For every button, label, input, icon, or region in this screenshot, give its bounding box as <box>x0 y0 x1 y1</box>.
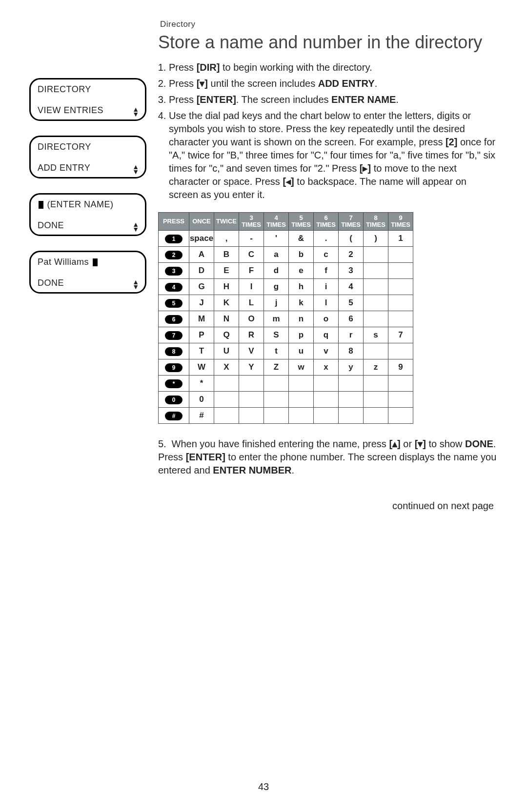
keycap-icon: # <box>165 412 182 420</box>
chart-cell <box>314 375 339 391</box>
chart-cell <box>214 407 239 423</box>
chart-cell <box>364 246 388 262</box>
keycap-icon: * <box>165 379 182 388</box>
chart-cell <box>339 375 364 391</box>
lcd-line1: DIRECTORY <box>38 142 138 152</box>
chart-cell: # <box>189 407 214 423</box>
continued-note: continued on next page <box>158 500 498 512</box>
chart-cell: t <box>264 343 289 359</box>
chart-cell <box>364 407 388 423</box>
chart-cell: i <box>314 278 339 295</box>
chart-cell: k <box>289 295 314 311</box>
dialpad-character-chart: PRESSONCETWICE3TIMES4TIMES5TIMES6TIMES7T… <box>158 212 413 423</box>
chart-cell <box>364 343 388 359</box>
chart-cell <box>339 391 364 407</box>
chart-cell <box>388 311 413 327</box>
chart-cell <box>364 311 388 327</box>
chart-cell: e <box>289 262 314 278</box>
page-title: Store a name and number in the directory <box>158 32 498 52</box>
chart-cell: A <box>189 246 214 262</box>
chart-cell: Q <box>214 327 239 343</box>
chart-cell <box>314 407 339 423</box>
chart-cell <box>364 391 388 407</box>
chart-cell: Y <box>239 359 264 375</box>
chart-cell: g <box>264 278 289 295</box>
chart-header: TWICE <box>214 213 239 230</box>
chart-row: 6MNOmno6 <box>159 311 413 327</box>
chart-cell <box>388 391 413 407</box>
chart-cell: 3 <box>339 262 364 278</box>
chart-cell: B <box>214 246 239 262</box>
chart-cell <box>289 407 314 423</box>
chart-cell: H <box>214 278 239 295</box>
chart-cell: W <box>189 359 214 375</box>
chart-header: 4TIMES <box>264 213 289 230</box>
step-3: Press [ENTER]. The screen includes ENTER… <box>169 93 498 106</box>
lcd-line2: DONE <box>38 278 64 288</box>
chart-cell <box>214 391 239 407</box>
chart-cell: o <box>314 311 339 327</box>
key-cell: 7 <box>159 327 189 343</box>
instruction-list: Press [DIR] to begin working with the di… <box>169 61 498 201</box>
chart-row: 3DEFdef3 <box>159 262 413 278</box>
chart-cell <box>364 278 388 295</box>
chart-row: 8TUVtuv8 <box>159 343 413 359</box>
chart-cell: m <box>264 311 289 327</box>
chart-cell <box>239 375 264 391</box>
chart-cell: F <box>239 262 264 278</box>
chart-cell: 9 <box>388 359 413 375</box>
chart-cell <box>388 278 413 295</box>
chart-header: 7TIMES <box>339 213 364 230</box>
chart-cell: n <box>289 311 314 327</box>
chart-cell: l <box>314 295 339 311</box>
chart-cell: ( <box>339 230 364 246</box>
chart-cell: T <box>189 343 214 359</box>
chart-cell: r <box>339 327 364 343</box>
chart-cell: K <box>214 295 239 311</box>
chart-cell <box>239 407 264 423</box>
chart-cell: R <box>239 327 264 343</box>
scroll-arrows-icon: ▲▼ <box>132 107 139 117</box>
chart-cell: - <box>239 230 264 246</box>
chart-cell: v <box>314 343 339 359</box>
chart-cell <box>388 375 413 391</box>
chart-cell: S <box>264 327 289 343</box>
chart-cell: P <box>189 327 214 343</box>
chart-header: 5TIMES <box>289 213 314 230</box>
keycap-icon: 1 <box>165 235 182 243</box>
chart-cell: x <box>314 359 339 375</box>
chart-cell <box>314 391 339 407</box>
lcd-line1: Pat Williams <box>38 257 138 267</box>
keycap-icon: 9 <box>165 363 182 372</box>
chart-cell: 0 <box>189 391 214 407</box>
chart-cell: ) <box>364 230 388 246</box>
chart-cell: C <box>239 246 264 262</box>
chart-header: 9TIMES <box>388 213 413 230</box>
keycap-icon: 5 <box>165 299 182 308</box>
chart-cell <box>364 295 388 311</box>
scroll-arrows-icon: ▲▼ <box>132 164 139 174</box>
chart-cell: , <box>214 230 239 246</box>
keycap-icon: 6 <box>165 315 182 324</box>
chart-cell: 1 <box>388 230 413 246</box>
step-4: Use the dial pad keys and the chart belo… <box>169 109 498 201</box>
chart-cell: V <box>239 343 264 359</box>
chart-header: ONCE <box>189 213 214 230</box>
step-2: Press [▾] until the screen includes ADD … <box>169 77 498 90</box>
chart-row: 4GHIghi4 <box>159 278 413 295</box>
chart-cell <box>388 295 413 311</box>
chart-cell: 7 <box>388 327 413 343</box>
chart-row: ## <box>159 407 413 423</box>
key-cell: 0 <box>159 391 189 407</box>
chart-row: ** <box>159 375 413 391</box>
chart-row: 9WXYZwxyz9 <box>159 359 413 375</box>
chart-cell: X <box>214 359 239 375</box>
lcd-screen-4: Pat Williams DONE ▲▼ <box>29 251 146 294</box>
chart-header: PRESS <box>159 213 189 230</box>
chart-cell <box>214 375 239 391</box>
chart-cell: D <box>189 262 214 278</box>
chart-cell <box>264 407 289 423</box>
chart-cell: p <box>289 327 314 343</box>
lcd-line2: DONE <box>38 220 64 231</box>
chart-cell: space <box>189 230 214 246</box>
